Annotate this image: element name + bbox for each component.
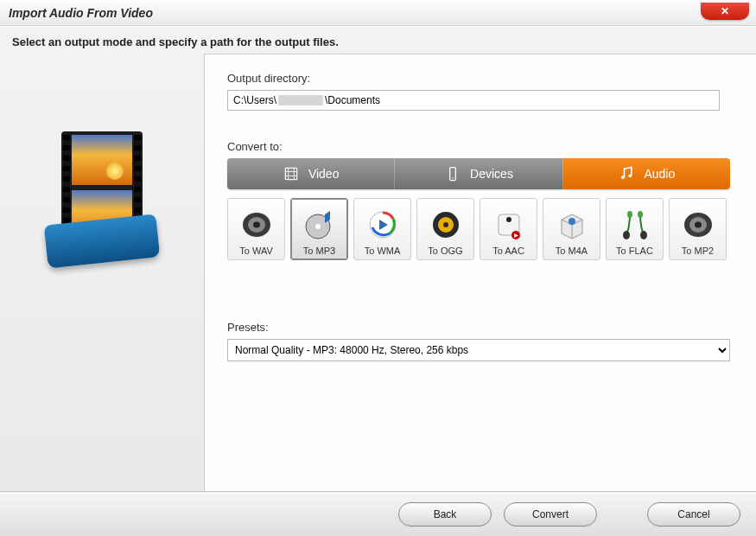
svg-point-11 <box>253 222 260 228</box>
tab-audio[interactable]: Audio <box>563 158 730 189</box>
tab-video[interactable]: Video <box>227 158 395 189</box>
svg-point-19 <box>443 222 448 227</box>
format-m4a[interactable]: To M4A <box>543 198 600 260</box>
format-label: To OGG <box>428 246 462 256</box>
convert-button[interactable]: Convert <box>504 502 597 526</box>
svg-point-14 <box>315 224 321 229</box>
flac-buds-icon <box>616 207 654 242</box>
presets-label: Presets: <box>227 321 734 334</box>
format-label: To MP3 <box>303 246 335 256</box>
close-icon: ✕ <box>721 5 729 17</box>
tab-label: Video <box>308 167 340 181</box>
close-button[interactable]: ✕ <box>701 3 749 20</box>
titlebar: Import Audio From Video ✕ <box>0 0 756 26</box>
tab-label: Devices <box>470 167 513 181</box>
format-flac[interactable]: To FLAC <box>606 198 664 260</box>
format-label: To M4A <box>556 246 588 256</box>
speaker-icon <box>679 207 717 242</box>
format-mp2[interactable]: To MP2 <box>669 198 727 260</box>
format-wav[interactable]: To WAV <box>227 198 285 260</box>
music-icon <box>618 165 635 182</box>
sidebar <box>0 54 204 491</box>
format-label: To AAC <box>492 246 524 256</box>
tab-devices[interactable]: Devices <box>395 158 562 189</box>
path-redacted-segment <box>278 95 323 105</box>
svg-point-25 <box>623 231 630 239</box>
svg-point-26 <box>640 231 647 239</box>
output-directory-label: Output directory: <box>227 72 734 85</box>
svg-point-8 <box>629 175 632 178</box>
svg-point-31 <box>695 222 702 228</box>
format-list: To WAV To MP3 To WMA <box>227 198 734 260</box>
svg-point-7 <box>621 175 625 179</box>
tab-label: Audio <box>644 167 675 181</box>
presets-select[interactable]: Normal Quality - MP3: 48000 Hz, Stereo, … <box>227 339 730 361</box>
svg-point-28 <box>638 211 643 218</box>
dialog-window: Import Audio From Video ✕ Select an outp… <box>0 0 756 536</box>
format-label: To MP2 <box>682 246 714 256</box>
device-icon <box>444 165 461 182</box>
convert-tabs: Video Devices Audio <box>227 158 730 189</box>
instruction-text: Select an output mode and specify a path… <box>0 27 756 54</box>
format-ogg[interactable]: To OGG <box>416 198 474 260</box>
svg-point-27 <box>627 211 632 218</box>
body-row: Output directory: C:\Users\ \Documents C… <box>0 54 756 491</box>
cancel-button[interactable]: Cancel <box>647 502 740 526</box>
output-directory-input[interactable]: C:\Users\ \Documents <box>227 90 720 111</box>
convert-to-label: Convert to: <box>227 140 734 153</box>
film-reel-icon <box>46 131 158 270</box>
video-icon <box>283 165 300 182</box>
format-aac[interactable]: To AAC <box>480 198 537 260</box>
main-panel: Output directory: C:\Users\ \Documents C… <box>204 54 756 491</box>
svg-point-21 <box>506 217 511 222</box>
format-mp3[interactable]: To MP3 <box>290 198 348 260</box>
format-label: To FLAC <box>616 246 653 256</box>
aac-box-icon <box>490 207 528 242</box>
format-wma[interactable]: To WMA <box>353 198 411 260</box>
window-title: Import Audio From Video <box>9 6 153 20</box>
svg-point-6 <box>452 177 454 179</box>
back-button[interactable]: Back <box>398 502 492 526</box>
ogg-cone-icon <box>427 207 465 242</box>
play-circle-icon <box>364 207 402 242</box>
format-label: To WMA <box>365 246 401 256</box>
svg-rect-0 <box>285 168 296 179</box>
svg-point-24 <box>569 218 575 225</box>
content-area: Select an output mode and specify a path… <box>0 26 756 536</box>
path-prefix: C:\Users\ <box>233 94 276 106</box>
path-suffix: \Documents <box>325 94 380 106</box>
speaker-icon <box>238 207 276 242</box>
footer: Back Convert Cancel <box>0 491 756 536</box>
format-label: To WAV <box>239 246 273 256</box>
m4a-box-icon <box>553 207 591 242</box>
disc-icon <box>301 207 339 242</box>
